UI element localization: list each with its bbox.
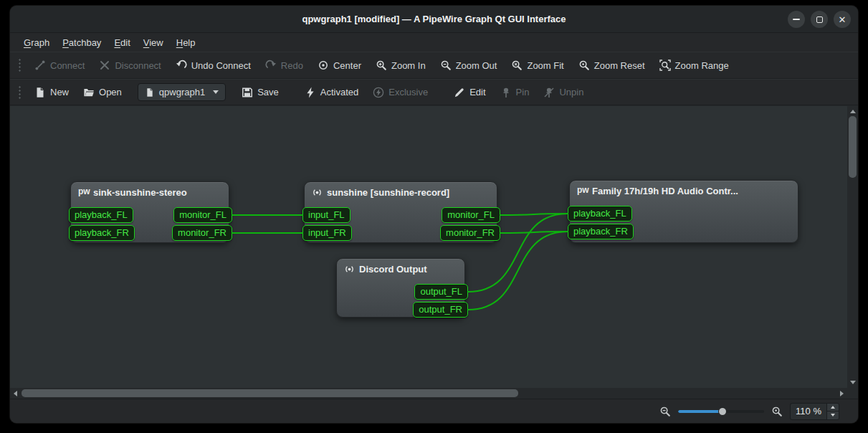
- node-header: pwFamily 17h/19h HD Audio Contr...: [570, 181, 798, 196]
- horizontal-scrollbar[interactable]: [10, 388, 847, 399]
- toolbar-button-zoom-in[interactable]: Zoom In: [368, 55, 433, 75]
- output-port-output_FR[interactable]: output_FR: [413, 302, 468, 318]
- toolbar-button-label: Unpin: [559, 87, 583, 97]
- node-title: sunshine [sunshine-record]: [327, 187, 449, 198]
- minimize-button[interactable]: [788, 11, 805, 28]
- toolbar-button-new[interactable]: New: [27, 82, 76, 103]
- menu-patchbay[interactable]: Patchbay: [56, 35, 108, 50]
- output-port-output_FL[interactable]: output_FL: [414, 284, 468, 300]
- toolbar-button-redo: Redo: [258, 55, 310, 75]
- toolbar-button-center[interactable]: Center: [310, 55, 368, 75]
- toolbar-button-label: Undo Connect: [191, 60, 251, 71]
- connection-edge[interactable]: [500, 214, 568, 215]
- session-combo[interactable]: qpwgraph1: [138, 83, 226, 101]
- toolbar-button-label: Zoom In: [391, 60, 426, 71]
- menu-help[interactable]: Help: [170, 35, 202, 50]
- scroll-down-button[interactable]: [847, 377, 858, 388]
- zoom-range-icon: [659, 60, 671, 71]
- zoom-slider[interactable]: [678, 406, 764, 417]
- menu-graph[interactable]: Graph: [17, 35, 56, 50]
- save-icon: [242, 87, 253, 98]
- vertical-scrollbar[interactable]: [847, 106, 858, 388]
- menubar: GraphPatchbayEditViewHelp: [10, 33, 858, 52]
- input-port-playback_FR[interactable]: playback_FR: [69, 225, 135, 241]
- node-title: sink-sunshine-stereo: [93, 187, 187, 198]
- close-button[interactable]: ✕: [834, 11, 851, 28]
- scroll-left-button[interactable]: [10, 388, 21, 399]
- scroll-up-button[interactable]: [847, 106, 858, 117]
- app-window: qpwgraph1 [modified] — A PipeWire Graph …: [10, 6, 858, 423]
- zoom-slider-handle[interactable]: [718, 407, 727, 416]
- horizontal-scroll-thumb[interactable]: [22, 389, 518, 397]
- node-sunshine[interactable]: sunshine [sunshine-record]input_FLinput_…: [304, 181, 497, 243]
- toolbar-button-zoom-fit[interactable]: Zoom Fit: [504, 55, 571, 75]
- toolbar-button-disconnect: Disconnect: [92, 55, 168, 75]
- node-family-audio[interactable]: pwFamily 17h/19h HD Audio Contr...playba…: [569, 180, 798, 243]
- menu-view[interactable]: View: [137, 35, 170, 50]
- input-port-input_FR[interactable]: input_FR: [302, 225, 352, 241]
- graph-viewport[interactable]: pwsink-sunshine-stereoplayback_FLplaybac…: [10, 106, 847, 388]
- toolbar-button-zoom-range[interactable]: Zoom Range: [652, 55, 736, 75]
- zoom-value[interactable]: 110 %: [791, 404, 826, 419]
- center-icon: [318, 60, 329, 71]
- window-titlebar[interactable]: qpwgraph1 [modified] — A PipeWire Graph …: [10, 6, 858, 33]
- toolbar-button-label: Activated: [320, 87, 358, 97]
- input-port-playback_FR[interactable]: playback_FR: [568, 224, 634, 239]
- arrow-down-icon: [831, 414, 835, 417]
- window-controls: ✕: [788, 11, 851, 28]
- toolbar-drag-handle[interactable]: [17, 85, 22, 100]
- menu-edit[interactable]: Edit: [108, 35, 136, 50]
- toolbar-file: NewOpenqpwgraph1SaveActivatedExclusiveEd…: [10, 79, 858, 105]
- toolbar-button-zoom-out[interactable]: Zoom Out: [433, 55, 505, 75]
- arrow-right-icon: [840, 391, 844, 396]
- input-port-playback_FL[interactable]: playback_FL: [69, 207, 133, 223]
- node-title: Family 17h/19h HD Audio Contr...: [592, 186, 738, 196]
- toolbar-button-save[interactable]: Save: [234, 82, 286, 103]
- zoom-spin-up-button[interactable]: [827, 404, 839, 411]
- redo-icon: [265, 60, 277, 71]
- connection-edge[interactable]: [500, 232, 568, 233]
- toolbar-button-activated[interactable]: Activated: [297, 82, 366, 103]
- open-icon: [83, 87, 95, 98]
- input-port-input_FL[interactable]: input_FL: [302, 207, 350, 223]
- arrow-down-icon: [850, 381, 856, 384]
- toolbar-button-label: Zoom Out: [456, 60, 497, 71]
- toolbar-button-label: Center: [333, 60, 361, 71]
- output-port-monitor_FL[interactable]: monitor_FL: [173, 207, 232, 223]
- speaker-icon: [312, 187, 323, 198]
- toolbar-button-edit[interactable]: Edit: [447, 82, 492, 103]
- scrollbar-corner: [847, 388, 858, 399]
- toolbar-button-label: Pin: [516, 87, 530, 97]
- input-port-playback_FL[interactable]: playback_FL: [568, 206, 632, 222]
- toolbar-main: ConnectDisconnectUndo ConnectRedoCenterZ…: [10, 52, 858, 79]
- session-combo-value: qpwgraph1: [159, 87, 205, 97]
- document-icon: [145, 87, 155, 97]
- connect-icon: [34, 60, 46, 71]
- toolbar-button-undo-connect[interactable]: Undo Connect: [168, 55, 258, 75]
- toolbar-button-pin: Pin: [493, 82, 537, 103]
- scroll-right-button[interactable]: [836, 388, 847, 399]
- undo-icon: [176, 60, 187, 71]
- toolbar-button-label: Redo: [281, 60, 303, 71]
- zoom-spinbox[interactable]: 110 %: [790, 403, 839, 420]
- maximize-button[interactable]: [811, 11, 828, 28]
- output-port-monitor_FR[interactable]: monitor_FR: [172, 225, 232, 241]
- node-sink-sunshine-stereo[interactable]: pwsink-sunshine-stereoplayback_FLplaybac…: [70, 181, 229, 243]
- toolbar-button-label: Disconnect: [115, 60, 161, 71]
- toolbar-button-label: Zoom Reset: [594, 60, 645, 71]
- toolbar-button-label: New: [50, 87, 69, 97]
- node-header: pwsink-sunshine-stereo: [71, 182, 229, 198]
- connection-edge[interactable]: [468, 232, 568, 310]
- activated-icon: [305, 87, 316, 98]
- output-port-monitor_FL[interactable]: monitor_FL: [442, 207, 500, 223]
- statusbar: 110 %: [10, 399, 858, 423]
- zoom-spin-down-button[interactable]: [827, 411, 839, 419]
- toolbar-drag-handle[interactable]: [17, 57, 22, 73]
- output-port-monitor_FR[interactable]: monitor_FR: [440, 225, 500, 241]
- toolbar-button-zoom-reset[interactable]: Zoom Reset: [571, 55, 652, 75]
- node-discord-output[interactable]: Discord Outputoutput_FLoutput_FR: [336, 258, 465, 318]
- node-header: sunshine [sunshine-record]: [305, 182, 497, 198]
- toolbar-button-connect: Connect: [27, 55, 92, 75]
- vertical-scroll-thumb[interactable]: [849, 116, 857, 178]
- toolbar-button-open[interactable]: Open: [76, 82, 129, 103]
